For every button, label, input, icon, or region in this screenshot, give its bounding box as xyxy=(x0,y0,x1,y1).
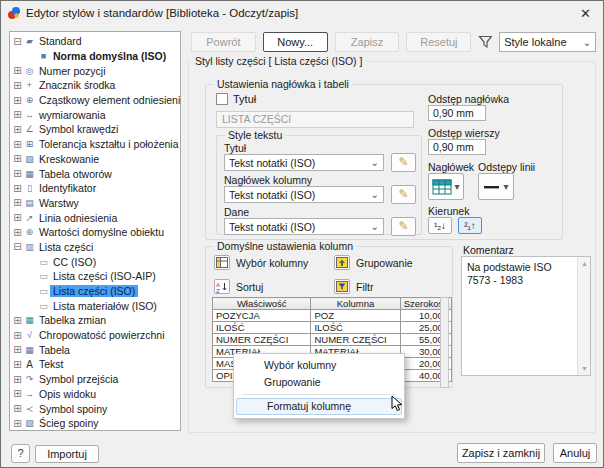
tree-expander-icon[interactable]: ⊞ xyxy=(12,359,23,370)
tree-expander-icon[interactable]: ⊞ xyxy=(12,374,23,385)
direction-down-button[interactable]: ¹₂↓ xyxy=(428,217,452,234)
tree-expander-icon[interactable]: ⊞ xyxy=(12,344,23,355)
tree-item[interactable]: ⊞√Chropowatość powierzchni xyxy=(12,328,180,343)
title-checkbox[interactable] xyxy=(216,93,228,105)
tree-item[interactable]: ⊞▨Kreskowanie xyxy=(12,152,180,167)
title-style-select[interactable]: Tekst notatki (ISO)⌄ xyxy=(224,154,384,171)
tree-expander-icon[interactable]: ⊟ xyxy=(12,241,23,252)
reset-button[interactable]: Resetuj xyxy=(406,32,471,52)
heading-style-dropdown[interactable]: ▾ xyxy=(428,173,464,200)
tree-expander-icon[interactable]: ⊞ xyxy=(12,139,23,150)
close-icon[interactable]: ✕ xyxy=(576,6,595,21)
tree-item[interactable]: ⊞▧Ścieg spoiny xyxy=(12,416,180,431)
cancel-button[interactable]: Anuluj xyxy=(553,443,597,463)
tree-item[interactable]: ⊟▥Lista części xyxy=(12,240,180,255)
edit-column-header-style-button[interactable]: ✎ xyxy=(391,185,416,204)
tree-expander-icon[interactable]: ⊞ xyxy=(12,418,23,429)
data-style-select[interactable]: Tekst notatki (ISO)⌄ xyxy=(224,218,384,235)
tree-item[interactable]: ⊞⊕Cząstkowy element odniesienia xyxy=(12,93,180,108)
line-spacing-dropdown[interactable]: ▾ xyxy=(478,173,514,200)
comment-textarea[interactable]: Na podstawie ISO 7573 - 1983 ▲ ▼ xyxy=(461,256,591,376)
tree-expander-icon[interactable]: ⊞ xyxy=(12,168,23,179)
tree-expander-icon[interactable]: ⊞ xyxy=(12,65,23,76)
tree-expander-icon[interactable]: ⊞ xyxy=(12,80,23,91)
row-gap-field[interactable]: 0,90 mm xyxy=(428,139,486,155)
tree-expander-icon[interactable]: ⊞ xyxy=(12,124,23,135)
tree-item[interactable]: ■Norma domyślna (ISO) xyxy=(12,49,180,64)
tree-item[interactable]: ⊞+Znacznik środka xyxy=(12,78,180,93)
edit-title-style-button[interactable]: ✎ xyxy=(391,153,416,172)
cell-column[interactable]: NUMER CZĘŚCI xyxy=(311,334,400,346)
tree-item[interactable]: ⊞◎Numer pozycji xyxy=(12,63,180,78)
column-header-style-select[interactable]: Tekst notatki (ISO)⌄ xyxy=(224,186,384,203)
table-row[interactable]: ILOŚĆILOŚĆ25,000 xyxy=(213,322,452,334)
cell-property[interactable]: POZYCJA xyxy=(213,310,311,322)
tree-expander-icon[interactable]: ⊞ xyxy=(12,330,23,341)
col-header-column[interactable]: Kolumna xyxy=(311,298,400,310)
tree-item[interactable]: ⊞↔wymiarowania xyxy=(12,107,180,122)
tree-item[interactable]: ⊞⊛Wartości domyślne obiektu xyxy=(12,225,180,240)
back-button[interactable]: Powrót xyxy=(191,32,256,52)
tree-expander-icon[interactable]: ⊞ xyxy=(12,197,23,208)
tree-expander-icon[interactable]: ⊟ xyxy=(12,36,23,47)
tree-expander-icon[interactable]: ⊞ xyxy=(12,388,23,399)
help-button[interactable]: ? xyxy=(11,444,30,463)
cell-property[interactable]: ILOŚĆ xyxy=(213,322,311,334)
comment-scrollbar[interactable]: ▲ ▼ xyxy=(577,257,590,375)
cell-property[interactable]: NUMER CZĘŚCI xyxy=(213,334,311,346)
tree-item[interactable]: ⊞▤Warstwy xyxy=(12,196,180,211)
tree-item[interactable]: ▭Lista materiałów (ISO) xyxy=(12,298,180,313)
menu-item-format-column[interactable]: Formatuj kolumnę xyxy=(236,398,402,415)
tree-item[interactable]: ⊞∠Symbol krawędzi xyxy=(12,122,180,137)
scroll-down-icon[interactable]: ▼ xyxy=(578,365,591,372)
tree-expander-icon[interactable]: ⊞ xyxy=(12,315,23,326)
tree-item-selected[interactable]: ▭Lista części (ISO) xyxy=(12,284,180,299)
data-style-label: Dane xyxy=(224,206,249,218)
table-row[interactable]: POZYCJAPOZ10,000 xyxy=(213,310,452,322)
tree-item[interactable]: ⊞⊞Tolerancja kształtu i położenia xyxy=(12,137,180,152)
tree-item[interactable]: ⊞ATekst xyxy=(12,357,180,372)
tree-expander-icon[interactable]: ⊞ xyxy=(12,403,23,414)
header-gap-field[interactable]: 0,90 mm xyxy=(428,105,486,121)
col-header-property[interactable]: Właściwość xyxy=(213,298,311,310)
tree-item[interactable]: ⊟▰Standard xyxy=(12,34,180,49)
tree-expander-icon[interactable]: ⊞ xyxy=(12,183,23,194)
scroll-up-icon[interactable]: ▲ xyxy=(578,260,591,267)
new-button[interactable]: Nowy... xyxy=(263,32,328,52)
column-select-icon xyxy=(214,255,230,270)
tree-item[interactable]: ⊞↷Symbol przejścia xyxy=(12,372,180,387)
direction-up-button[interactable]: ²₁↑ xyxy=(458,217,482,234)
filter-button[interactable]: Filtr xyxy=(334,279,374,294)
tree-item[interactable]: ⊞▯Identyfikator xyxy=(12,181,180,196)
tree-expander-icon[interactable]: ⊞ xyxy=(12,227,23,238)
cell-column[interactable]: POZ xyxy=(311,310,400,322)
grouping-button[interactable]: Grupowanie xyxy=(334,255,413,270)
import-button[interactable]: Importuj xyxy=(35,445,99,463)
save-button[interactable]: Zapisz xyxy=(335,32,400,52)
tree-item[interactable]: ⊞▦Tabela otworów xyxy=(12,166,180,181)
cell-column[interactable]: ILOŚĆ xyxy=(311,322,400,334)
style-filter-select[interactable]: Style lokalne ⌄ xyxy=(499,32,596,52)
tree-item[interactable]: ⊞→Opis widoku xyxy=(12,387,180,402)
tree-expander-icon[interactable]: ⊞ xyxy=(12,109,23,120)
tree-item[interactable]: ▭Lista części (ISO-AIP) xyxy=(12,269,180,284)
menu-item-grouping[interactable]: Grupowanie xyxy=(234,374,404,391)
tree-item-label: Chropowatość powierzchni xyxy=(36,329,167,341)
tree-expander-icon[interactable]: ⊞ xyxy=(12,153,23,164)
tree-item[interactable]: ⊞↗Linia odniesienia xyxy=(12,210,180,225)
table-row[interactable]: NUMER CZĘŚCINUMER CZĘŚCI55,000 xyxy=(213,334,452,346)
tree-item[interactable]: ▭CC (ISO) xyxy=(12,254,180,269)
tree-item-icon: ▭ xyxy=(37,271,50,281)
tree-expander-icon[interactable]: ⊞ xyxy=(12,95,23,106)
tree-item[interactable]: ⊞≺Symbol spoiny xyxy=(12,401,180,416)
table-scrollbar[interactable] xyxy=(440,297,449,388)
title-text-field[interactable]: LISTA CZĘŚCI xyxy=(216,111,414,128)
menu-item-column-select[interactable]: Wybór kolumny xyxy=(234,357,404,374)
tree-item[interactable]: ⊞▦Tabela xyxy=(12,342,180,357)
save-and-close-button[interactable]: Zapisz i zamknij xyxy=(457,443,545,463)
sort-button[interactable]: AZ Sortuj xyxy=(214,279,263,294)
tree-expander-icon[interactable]: ⊞ xyxy=(12,212,23,223)
edit-data-style-button[interactable]: ✎ xyxy=(391,217,416,236)
tree-item[interactable]: ⊞▦Tabelka zmian xyxy=(12,313,180,328)
column-select-button[interactable]: Wybór kolumny xyxy=(214,255,308,270)
